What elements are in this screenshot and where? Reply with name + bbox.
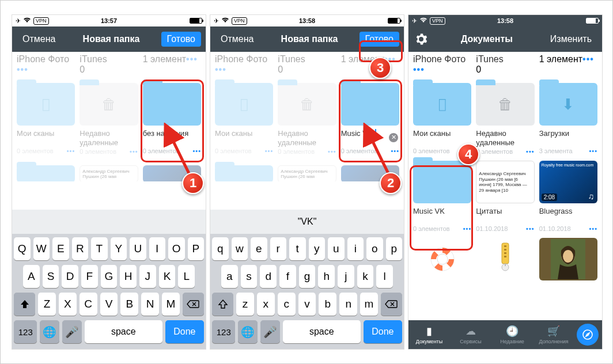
tab-services[interactable]: ☁Сервисы <box>450 320 491 349</box>
folder-downloads[interactable]: ⬇ Загрузки 3 элемента••• <box>537 79 600 157</box>
clear-text-icon[interactable]: ✕ <box>389 133 398 142</box>
backspace-key[interactable] <box>183 293 204 316</box>
done-button[interactable]: Готово <box>360 32 399 47</box>
key-n[interactable]: n <box>339 293 357 316</box>
key-t[interactable]: T <box>91 237 108 260</box>
tab-addons[interactable]: 🛒Дополнения <box>533 320 574 349</box>
keyboard-done-key[interactable]: Done <box>165 320 204 343</box>
tab-documents[interactable]: ▮Документы <box>408 320 450 349</box>
key-r[interactable]: R <box>72 237 89 260</box>
key-g[interactable]: G <box>101 265 118 288</box>
globe-key[interactable]: 🌐 <box>238 320 258 343</box>
key-p[interactable]: P <box>188 237 205 260</box>
key-u[interactable]: u <box>328 237 345 260</box>
globe-key[interactable]: 🌐 <box>40 320 59 343</box>
key-l[interactable]: l <box>376 265 393 288</box>
edit-button[interactable]: Изменить <box>544 32 597 47</box>
key-m[interactable]: M <box>162 293 180 316</box>
key-o[interactable]: o <box>366 237 383 260</box>
key-z[interactable]: Z <box>38 293 56 316</box>
key-s[interactable]: S <box>43 265 59 288</box>
file-help[interactable] <box>411 234 474 283</box>
key-f[interactable]: F <box>81 265 98 288</box>
key-c[interactable]: c <box>278 293 296 316</box>
numbers-key[interactable]: 123 <box>212 320 235 343</box>
folder-trash[interactable]: 🗑 Недавно удаленные 0 элементов••• <box>77 79 140 157</box>
key-y[interactable]: Y <box>111 237 127 260</box>
cancel-button[interactable]: Отмена <box>17 32 61 47</box>
suggestion-bar[interactable]: "VK" <box>210 210 404 234</box>
tab-recent[interactable]: 🕘Недавние <box>491 320 533 349</box>
key-d[interactable]: d <box>260 265 277 288</box>
key-h[interactable]: H <box>120 265 137 288</box>
key-t[interactable]: t <box>289 237 306 260</box>
suggestion-bar[interactable] <box>12 210 206 234</box>
key-l[interactable]: L <box>178 265 195 288</box>
key-i[interactable]: i <box>347 237 364 260</box>
browser-button[interactable] <box>577 324 599 346</box>
key-u[interactable]: U <box>130 237 146 260</box>
more-icon[interactable]: ••• <box>67 147 75 154</box>
more-icon[interactable]: ••• <box>17 65 28 74</box>
key-v[interactable]: V <box>100 293 118 316</box>
shift-key[interactable] <box>212 293 233 316</box>
folder-trash[interactable]: 🗑 Недавно удаленные 0 элементов••• <box>275 79 338 157</box>
key-k[interactable]: k <box>357 265 374 288</box>
folder-scans[interactable]: ⌷ Мои сканы 0 элементов••• <box>14 79 77 157</box>
key-v[interactable]: v <box>298 293 316 316</box>
cancel-button[interactable]: Отмена <box>215 32 259 47</box>
key-q[interactable]: q <box>212 237 229 260</box>
folder-trash[interactable]: 🗑 Недавно удаленные 0 элементов••• <box>474 79 536 157</box>
key-y[interactable]: y <box>309 237 326 260</box>
file-bluegrass[interactable]: Royalty free music room.com2:08♫ Bluegra… <box>537 157 600 234</box>
folder-new-musicvk[interactable]: Music VK ✕ 0 элементов••• <box>339 79 402 157</box>
key-s[interactable]: s <box>241 265 258 288</box>
folder-name-input[interactable]: Music VK ✕ <box>341 129 399 146</box>
key-a[interactable]: A <box>23 265 40 288</box>
key-i[interactable]: I <box>149 237 166 260</box>
file-monalisa[interactable] <box>537 234 600 283</box>
folder-name-input[interactable]: без названия <box>143 129 201 146</box>
key-c[interactable]: C <box>80 293 97 316</box>
keyboard[interactable]: QWERTYUIOP ASDFGHJKL ZXCVBNM 123 🌐 🎤 spa… <box>12 210 206 350</box>
key-n[interactable]: N <box>141 293 159 316</box>
key-f[interactable]: f <box>279 265 296 288</box>
key-b[interactable]: b <box>319 293 336 316</box>
mic-key[interactable]: 🎤 <box>62 320 82 343</box>
key-e[interactable]: E <box>52 237 69 260</box>
key-e[interactable]: e <box>251 237 267 260</box>
key-d[interactable]: D <box>62 265 78 288</box>
key-o[interactable]: O <box>168 237 185 260</box>
key-z[interactable]: z <box>236 293 254 316</box>
shift-key[interactable] <box>14 293 35 316</box>
file-archive[interactable] <box>474 234 536 283</box>
mic-key[interactable]: 🎤 <box>260 320 280 343</box>
keyboard[interactable]: "VK" qwertyuiop asdfghjkl zxcvbnm 123 🌐 … <box>210 210 404 350</box>
space-key[interactable]: space <box>283 320 361 343</box>
key-b[interactable]: B <box>120 293 138 316</box>
key-h[interactable]: h <box>318 265 335 288</box>
key-j[interactable]: J <box>139 265 156 288</box>
key-a[interactable]: a <box>221 265 238 288</box>
key-j[interactable]: j <box>338 265 354 288</box>
key-p[interactable]: p <box>386 237 403 260</box>
key-g[interactable]: g <box>299 265 316 288</box>
folder-musicvk[interactable]: Music VK 0 элементов••• <box>411 157 474 234</box>
settings-button[interactable] <box>413 31 429 47</box>
key-x[interactable]: x <box>257 293 275 316</box>
file-quotes[interactable]: Александр Сергеевич Пушкин (26 мая [6 ию… <box>474 157 536 234</box>
key-w[interactable]: W <box>33 237 50 260</box>
key-q[interactable]: Q <box>14 237 31 260</box>
key-w[interactable]: w <box>232 237 248 260</box>
folder-scans[interactable]: ⌷ Мои сканы 0 элементов••• <box>213 79 275 157</box>
backspace-key[interactable] <box>381 293 402 316</box>
space-key[interactable]: space <box>85 320 162 343</box>
folder-new-unnamed[interactable]: без названия 0 элементов••• <box>141 79 203 157</box>
numbers-key[interactable]: 123 <box>14 320 37 343</box>
keyboard-done-key[interactable]: Done <box>364 320 402 343</box>
key-m[interactable]: m <box>360 293 378 316</box>
done-button[interactable]: Готово <box>161 32 201 47</box>
key-x[interactable]: X <box>59 293 77 316</box>
key-r[interactable]: r <box>270 237 287 260</box>
key-k[interactable]: K <box>159 265 176 288</box>
